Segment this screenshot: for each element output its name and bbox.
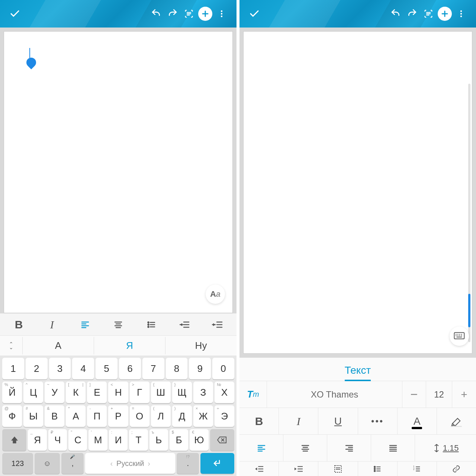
key-Н[interactable]: <Н — [108, 382, 128, 403]
backspace-key[interactable] — [210, 429, 234, 451]
align-right-button[interactable] — [327, 435, 371, 461]
key-Ы[interactable]: #Ы — [23, 405, 43, 427]
panel-tab-text[interactable]: Текст — [239, 358, 476, 381]
align-left-button[interactable] — [75, 316, 96, 334]
key-Ч[interactable]: ₽Ч — [48, 429, 67, 451]
key-1[interactable]: 1 — [2, 358, 24, 379]
italic-button[interactable]: I — [42, 316, 62, 334]
emoji-key[interactable]: ☺ — [35, 453, 60, 474]
list-button[interactable] — [141, 316, 162, 334]
suggestion-1[interactable]: А — [22, 337, 94, 354]
comma-key[interactable]: 🎤, — [61, 453, 84, 474]
scrollbar[interactable] — [468, 84, 470, 342]
key-Э[interactable]: ÷Э — [215, 405, 234, 427]
key-Л[interactable]: (Л — [151, 405, 171, 427]
key-8[interactable]: 8 — [166, 358, 188, 379]
key-Ж[interactable]: ×Ж — [193, 405, 213, 427]
key-Щ[interactable]: }Щ — [172, 382, 192, 403]
line-spacing-button[interactable]: 1.15 — [415, 435, 476, 461]
add-button[interactable] — [197, 6, 213, 22]
key-7[interactable]: 7 — [142, 358, 164, 379]
key-Р[interactable]: +Р — [108, 405, 128, 427]
bold-button[interactable]: B — [239, 408, 279, 434]
align-justify-button[interactable] — [371, 435, 415, 461]
key-С[interactable]: "С — [68, 429, 87, 451]
expand-suggestions-button[interactable]: ⌃⌄ — [0, 342, 22, 349]
shift-key[interactable] — [2, 429, 26, 451]
key-Й[interactable]: %Й — [2, 382, 22, 403]
key-5[interactable]: 5 — [96, 358, 118, 379]
key-П[interactable]: -П — [87, 405, 107, 427]
outdent-button[interactable] — [239, 461, 279, 476]
suggestion-3[interactable]: Ну — [165, 337, 237, 354]
key-Т[interactable]: ;Т — [129, 429, 148, 451]
more-button[interactable] — [213, 6, 230, 22]
more-button[interactable] — [453, 6, 469, 22]
bold-button[interactable]: B — [9, 316, 29, 334]
key-У[interactable]: ~У — [45, 382, 64, 403]
align-center-button[interactable] — [283, 435, 327, 461]
text-color-button[interactable]: A — [398, 408, 437, 434]
font-size-value[interactable]: 12 — [426, 381, 452, 408]
select-button[interactable] — [420, 6, 437, 22]
select-button[interactable] — [181, 6, 197, 22]
key-Е[interactable]: ]Е — [87, 382, 107, 403]
italic-button[interactable]: I — [279, 408, 318, 434]
key-3[interactable]: 3 — [49, 358, 71, 379]
text-cursor-handle[interactable] — [26, 48, 36, 67]
document-area[interactable]: Aa — [0, 28, 237, 313]
add-button[interactable] — [437, 6, 453, 22]
indent-button[interactable] — [279, 461, 318, 476]
undo-button[interactable] — [148, 6, 164, 22]
format-floating-button[interactable]: Aa — [206, 284, 225, 304]
document-area[interactable] — [239, 28, 476, 357]
link-button[interactable] — [437, 461, 476, 476]
keyboard-floating-button[interactable] — [450, 327, 469, 346]
key-Ц[interactable]: ^Ц — [23, 382, 43, 403]
key-Ш[interactable]: {Ш — [151, 382, 171, 403]
align-left-button[interactable] — [239, 435, 283, 461]
key-И[interactable]: :И — [109, 429, 128, 451]
key-Я[interactable]: _Я — [28, 429, 46, 451]
key-6[interactable]: 6 — [119, 358, 141, 379]
key-А[interactable]: *А — [66, 405, 86, 427]
suggestion-2[interactable]: Я — [94, 337, 165, 354]
underline-button[interactable]: U — [318, 408, 358, 434]
symbols-key[interactable]: 123 — [2, 453, 33, 474]
undo-button[interactable] — [387, 6, 404, 22]
font-name-selector[interactable]: XO Thames — [267, 381, 402, 408]
key-Г[interactable]: >Г — [130, 382, 149, 403]
key-З[interactable]: З — [193, 382, 213, 403]
key-В[interactable]: &В — [45, 405, 64, 427]
key-Ю[interactable]: €Ю — [190, 429, 208, 451]
key-Ь[interactable]: ъЬ — [149, 429, 168, 451]
bullet-list-button[interactable] — [358, 461, 398, 476]
font-size-increase[interactable]: + — [452, 381, 476, 408]
key-Б[interactable]: $Б — [170, 429, 188, 451]
key-О[interactable]: =О — [130, 405, 149, 427]
key-Х[interactable]: №Х — [215, 382, 234, 403]
key-Ф[interactable]: @Ф — [2, 405, 22, 427]
key-Д[interactable]: )Д — [172, 405, 192, 427]
enter-key[interactable] — [200, 453, 234, 474]
period-key[interactable]: !?. — [177, 453, 199, 474]
indent-button[interactable] — [207, 316, 228, 334]
key-2[interactable]: 2 — [26, 358, 48, 379]
key-М[interactable]: 'М — [89, 429, 107, 451]
space-key[interactable]: ‹ Русский › — [85, 453, 175, 474]
outdent-button[interactable] — [174, 316, 195, 334]
confirm-button[interactable] — [246, 6, 263, 22]
redo-button[interactable] — [164, 6, 181, 22]
font-presets-button[interactable]: Tт — [239, 381, 267, 408]
key-4[interactable]: 4 — [72, 358, 94, 379]
key-К[interactable]: [|К — [66, 382, 86, 403]
align-center-button[interactable] — [108, 316, 129, 334]
redo-button[interactable] — [404, 6, 420, 22]
more-styles-button[interactable]: ••• — [358, 408, 398, 434]
confirm-button[interactable] — [7, 6, 23, 22]
font-size-decrease[interactable]: − — [402, 381, 426, 408]
highlight-button[interactable] — [437, 408, 476, 434]
key-0[interactable]: 0 — [212, 358, 234, 379]
number-list-button[interactable]: 12 — [398, 461, 437, 476]
border-button[interactable] — [318, 461, 358, 476]
